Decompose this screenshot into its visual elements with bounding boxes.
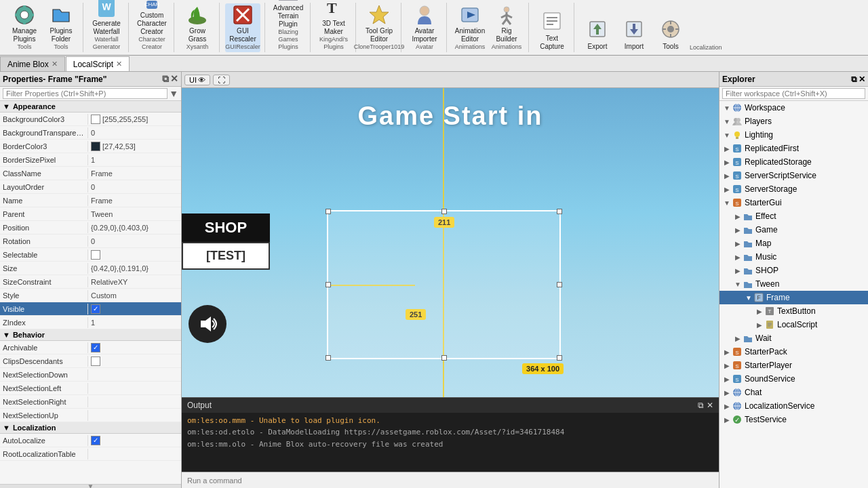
tool-grip-editor-button[interactable]: Tool GripEditor CloneTrooper1019 xyxy=(361,3,397,52)
tab-local-script[interactable]: LocalScript ✕ xyxy=(66,56,130,71)
tree-arrow-frame[interactable]: ▼ xyxy=(744,294,753,302)
sel-handle-tr[interactable] xyxy=(557,209,562,214)
tree-item-shop[interactable]: ▶SHOP xyxy=(719,264,868,277)
tree-arrow-starter-gui[interactable]: ▼ xyxy=(722,199,732,207)
tree-arrow-effect[interactable]: ▶ xyxy=(733,213,743,220)
sel-handle-bl[interactable] xyxy=(326,355,331,361)
tree-item-local-script-tree[interactable]: ▶LocalScript xyxy=(719,318,868,331)
terrain-plugin-button[interactable]: AdvancedTerrain Plugin Blazing Games Plu… xyxy=(271,3,306,52)
tree-arrow-local-script-tree[interactable]: ▶ xyxy=(755,321,764,329)
tree-item-tween[interactable]: ▼Tween xyxy=(719,277,868,291)
viewport-canvas[interactable]: Game Start in 211 251 SHOP [TEST] xyxy=(182,88,719,397)
sel-handle-tl[interactable] xyxy=(326,209,331,214)
sel-handle-bm[interactable] xyxy=(441,355,447,361)
section-appearance[interactable]: ▼ Appearance xyxy=(0,101,181,113)
bg-color-swatch[interactable] xyxy=(91,115,100,124)
fullscreen-button[interactable]: ⛶ xyxy=(213,75,230,85)
tree-item-game[interactable]: ▶Game xyxy=(719,223,868,237)
tree-arrow-players[interactable]: ▼ xyxy=(722,118,732,125)
3d-text-button[interactable]: T 3D TextMaker KingAndi's Plugins xyxy=(316,3,351,52)
character-creator-button[interactable]: CHAR Custom CharacterCreator Character C… xyxy=(134,3,170,52)
selectable-checkbox[interactable] xyxy=(91,250,100,260)
plugins-folder-button[interactable]: PluginsFolder Tools xyxy=(43,3,79,52)
tree-item-workspace[interactable]: ▼Workspace xyxy=(719,101,868,115)
explorer-filter-input[interactable] xyxy=(722,88,865,99)
sel-handle-ml[interactable] xyxy=(326,282,331,287)
properties-minimize-btn[interactable]: ⧉ xyxy=(162,73,169,85)
tab-anime-blox[interactable]: Anime Blox ✕ xyxy=(0,56,65,71)
tree-item-starter-player[interactable]: ▶SStarterPlayer xyxy=(719,359,868,372)
command-input[interactable] xyxy=(187,476,713,485)
tree-arrow-replicated-first[interactable]: ▶ xyxy=(722,145,732,152)
tree-arrow-sound-service[interactable]: ▶ xyxy=(722,375,732,383)
properties-close-btn[interactable]: ✕ xyxy=(170,73,178,85)
visible-checkbox[interactable] xyxy=(91,304,100,314)
tree-arrow-map[interactable]: ▶ xyxy=(733,240,743,247)
sel-handle-br[interactable] xyxy=(557,355,562,361)
text-capture-button[interactable]: TextCapture xyxy=(534,3,570,52)
tree-item-chat[interactable]: ▶Chat xyxy=(719,386,868,399)
tree-arrow-workspace[interactable]: ▼ xyxy=(722,104,732,112)
tree-item-starter-pack[interactable]: ▶SStarterPack xyxy=(719,345,868,359)
sel-handle-tm[interactable] xyxy=(441,209,447,214)
tree-item-localization-service[interactable]: ▶LocalizationService xyxy=(719,399,868,413)
ui-toggle-button[interactable]: UI 👁 xyxy=(184,75,210,85)
tree-arrow-server-script-service[interactable]: ▶ xyxy=(722,172,732,180)
tree-item-replicated-first[interactable]: ▶SReplicatedFirst xyxy=(719,142,868,155)
tab-anime-blox-close[interactable]: ✕ xyxy=(52,60,58,68)
tree-item-music[interactable]: ▶Music xyxy=(719,250,868,264)
sel-handle-mr[interactable] xyxy=(557,282,562,287)
tree-item-effect[interactable]: ▶Effect xyxy=(719,209,868,223)
auto-localize-checkbox[interactable] xyxy=(91,436,100,445)
explorer-minimize-btn[interactable]: ⧉ xyxy=(851,75,857,84)
tree-arrow-tween[interactable]: ▼ xyxy=(733,281,743,288)
export-button[interactable]: Export xyxy=(580,3,615,52)
tree-arrow-starter-player[interactable]: ▶ xyxy=(722,362,732,369)
sound-button[interactable] xyxy=(189,305,226,343)
tree-item-test-service[interactable]: ▶✓TestService xyxy=(719,413,868,426)
clips-descendants-checkbox[interactable] xyxy=(91,357,100,366)
output-expand-btn[interactable]: ⧉ xyxy=(698,401,704,410)
selection-box[interactable]: 364 x 100 xyxy=(327,210,561,359)
tree-item-replicated-storage[interactable]: ▶SReplicatedStorage xyxy=(719,155,868,169)
output-close-btn[interactable]: ✕ xyxy=(707,401,713,410)
tree-item-lighting[interactable]: ▼Lighting xyxy=(719,128,868,142)
properties-filter-input[interactable] xyxy=(3,88,167,99)
tree-arrow-game[interactable]: ▶ xyxy=(733,226,743,234)
rig-builder-button[interactable]: RigBuilder Animations xyxy=(489,3,524,52)
animation-editor-button[interactable]: AnimationEditor Animations xyxy=(452,3,488,52)
tree-arrow-test-service[interactable]: ▶ xyxy=(722,416,732,424)
archivable-checkbox[interactable] xyxy=(91,343,100,352)
section-behavior[interactable]: ▼ Behavior xyxy=(0,329,181,341)
tree-arrow-wait[interactable]: ▶ xyxy=(733,335,743,342)
filter-arrow-icon[interactable]: ▼ xyxy=(167,88,178,99)
tree-item-starter-gui[interactable]: ▼SStarterGui xyxy=(719,196,868,209)
tree-item-server-script-service[interactable]: ▶SServerScriptService xyxy=(719,169,868,182)
manage-plugins-button[interactable]: Manage Plugins Tools xyxy=(7,3,42,52)
tree-item-sound-service[interactable]: ▶SSoundService xyxy=(719,372,868,386)
tree-arrow-localization-service[interactable]: ▶ xyxy=(722,403,732,410)
tree-arrow-text-button[interactable]: ▶ xyxy=(755,308,764,315)
generate-waterfall-button[interactable]: W GenerateWaterfall Waterfall Generator xyxy=(89,3,124,52)
tree-arrow-lighting[interactable]: ▼ xyxy=(722,131,732,139)
tree-arrow-server-storage[interactable]: ▶ xyxy=(722,186,732,193)
border-color-swatch[interactable] xyxy=(91,142,100,151)
tree-item-players[interactable]: ▼Players xyxy=(719,115,868,128)
tree-item-server-storage[interactable]: ▶SServerStorage xyxy=(719,182,868,196)
explorer-close-btn[interactable]: ✕ xyxy=(859,75,865,84)
tab-local-script-close[interactable]: ✕ xyxy=(116,60,122,68)
tree-arrow-replicated-storage[interactable]: ▶ xyxy=(722,159,732,166)
tree-item-map[interactable]: ▶Map xyxy=(719,237,868,250)
tree-arrow-chat[interactable]: ▶ xyxy=(722,389,732,396)
tree-arrow-starter-pack[interactable]: ▶ xyxy=(722,348,732,356)
import-button[interactable]: Import xyxy=(616,3,652,52)
tree-item-frame[interactable]: ▼FFrame xyxy=(719,291,868,304)
tools-button[interactable]: Tools xyxy=(653,3,688,52)
tree-arrow-music[interactable]: ▶ xyxy=(733,253,743,261)
tree-item-text-button[interactable]: ▶TTextButton xyxy=(719,304,868,318)
tree-item-wait[interactable]: ▶Wait xyxy=(719,331,868,345)
avatar-importer-button[interactable]: AvatarImporter Avatar xyxy=(407,3,442,52)
gui-rescaler-button[interactable]: GUIRescaler GUIRescaler xyxy=(225,3,260,52)
tree-arrow-shop[interactable]: ▶ xyxy=(733,267,743,274)
section-localization[interactable]: ▼ Localization xyxy=(0,422,181,434)
